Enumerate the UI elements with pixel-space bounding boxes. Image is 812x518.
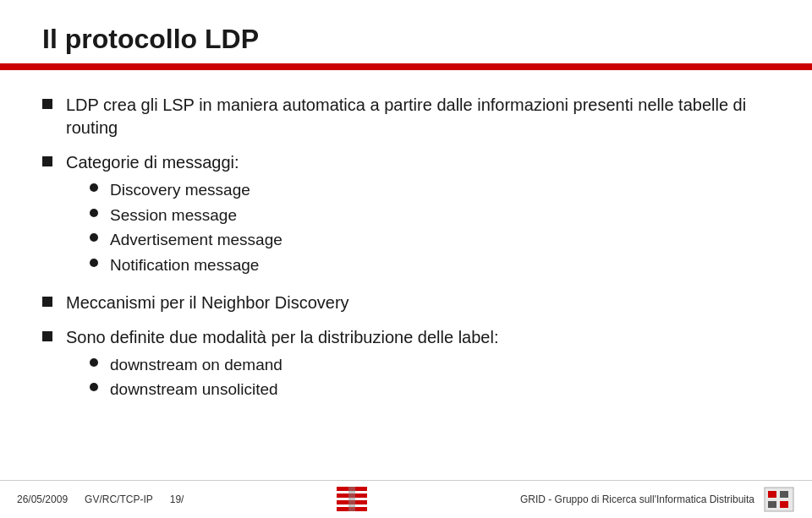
footer-right: GRID - Gruppo di Ricerca sull'Informatic… <box>520 486 795 513</box>
page-title: Il protocollo LDP <box>42 24 770 55</box>
content-area: LDP crea gli LSP in maniera automatica a… <box>0 70 812 404</box>
list-item: Advertisement message <box>90 229 770 251</box>
red-divider <box>0 63 812 70</box>
square-bullet-icon <box>42 297 52 307</box>
slide: Il protocollo LDP LDP crea gli LSP in ma… <box>0 0 812 518</box>
list-item: Meccanismi per il Neighbor Discovery <box>42 292 770 314</box>
list-item: Categorie di messaggi: Discovery message… <box>42 151 770 280</box>
svg-rect-7 <box>780 491 788 498</box>
footer-date: 26/05/2009 <box>17 493 68 505</box>
sub-list: downstream on demand downstream unsolici… <box>90 354 770 401</box>
sub-item-text: Discovery message <box>110 179 250 201</box>
list-item: downstream on demand <box>90 354 770 376</box>
svg-rect-9 <box>780 501 788 508</box>
list-item: LDP crea gli LSP in maniera automatica a… <box>42 94 770 139</box>
footer-institution: GRID - Gruppo di Ricerca sull'Informatic… <box>520 493 754 505</box>
bullet1-text: LDP crea gli LSP in maniera automatica a… <box>66 94 770 139</box>
center-logo-icon <box>333 485 370 514</box>
square-bullet-icon <box>42 156 52 166</box>
bullet2-content: Categorie di messaggi: Discovery message… <box>66 151 770 280</box>
main-list: LDP crea gli LSP in maniera automatica a… <box>42 94 770 404</box>
bullet4-content: Sono definite due modalità per la distri… <box>66 326 770 404</box>
circle-bullet-icon <box>90 209 98 217</box>
footer-center-logo <box>333 485 370 514</box>
footer-page: 19/ <box>170 493 184 505</box>
square-bullet-icon <box>42 331 52 341</box>
sub-item-text: Notification message <box>110 254 259 276</box>
footer-course: GV/RC/TCP-IP <box>85 493 153 505</box>
list-item: Sono definite due modalità per la distri… <box>42 326 770 404</box>
sub-item-text: Session message <box>110 204 237 226</box>
right-logo-icon <box>763 486 795 513</box>
bullet4-label: Sono definite due modalità per la distri… <box>66 328 498 346</box>
circle-bullet-icon <box>90 383 98 391</box>
svg-rect-8 <box>768 501 776 508</box>
bullet2-label: Categorie di messaggi: <box>66 153 239 172</box>
svg-rect-6 <box>768 491 776 498</box>
footer: 26/05/2009 GV/RC/TCP-IP 19/ GRID - Grupp… <box>0 480 812 518</box>
footer-left: 26/05/2009 GV/RC/TCP-IP 19/ <box>17 493 184 505</box>
circle-bullet-icon <box>90 259 98 267</box>
circle-bullet-icon <box>90 233 98 242</box>
circle-bullet-icon <box>90 183 98 192</box>
list-item: Notification message <box>90 254 770 276</box>
list-item: Session message <box>90 204 770 226</box>
list-item: Discovery message <box>90 179 770 201</box>
sub-item-text: Advertisement message <box>110 229 283 251</box>
svg-rect-4 <box>348 487 355 511</box>
sub-item-text: downstream unsolicited <box>110 379 278 401</box>
circle-bullet-icon <box>90 358 98 367</box>
list-item: downstream unsolicited <box>90 379 770 401</box>
sub-list: Discovery message Session message Advert… <box>90 179 770 276</box>
sub-item-text: downstream on demand <box>110 354 283 376</box>
square-bullet-icon <box>42 99 52 109</box>
bullet3-text: Meccanismi per il Neighbor Discovery <box>66 292 770 314</box>
header: Il protocollo LDP <box>0 0 812 55</box>
